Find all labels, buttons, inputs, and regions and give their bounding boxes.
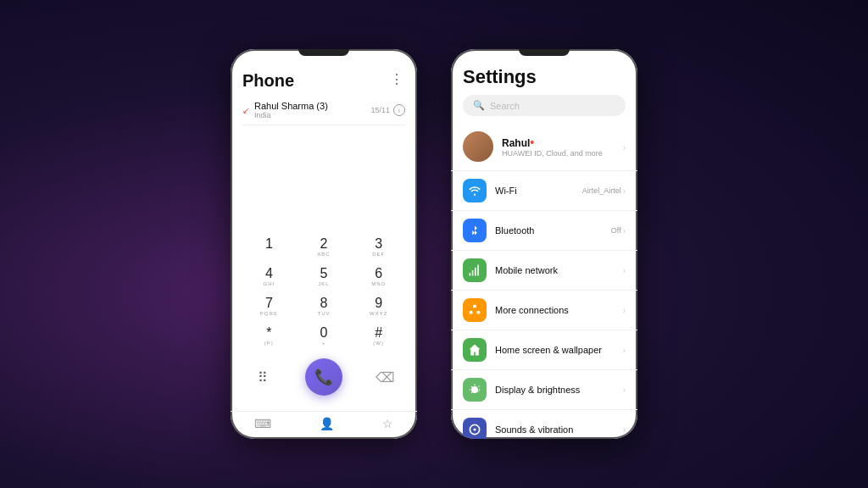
dialpad-bottom: ⠿ 📞 ⌫ — [242, 355, 405, 399]
dial-letters: WXYZ — [370, 311, 387, 316]
item-right-6: › — [623, 425, 626, 435]
homescreen-icon — [463, 338, 487, 362]
dial-letters: (P) — [264, 341, 274, 346]
chevron-icon: › — [623, 143, 626, 152]
item-right-3: › — [623, 306, 626, 315]
settings-item-wifi[interactable]: Wi-FiAirtel_Airtel› — [451, 171, 637, 211]
display-icon — [463, 378, 487, 402]
phone-2: Settings 🔍 Search Rahul• HUAWEI — [451, 49, 637, 439]
dial-letters: GHI — [263, 281, 275, 286]
item-right-2: › — [623, 266, 626, 275]
search-bar[interactable]: 🔍 Search — [463, 95, 626, 116]
profile-name: Rahul• — [502, 136, 603, 149]
contact-info: Rahul Sharma (3) India — [254, 101, 328, 119]
dial-number: # — [375, 326, 382, 340]
dialpad-grid: 1 2ABC3DEF4GHI5JKL6MNO7PQRS8TUV9WXYZ*(P)… — [242, 233, 405, 350]
dial-letters: MNO — [371, 281, 386, 286]
contact-left: ↙ Rahul Sharma (3) India — [242, 101, 328, 119]
dialpad: 1 2ABC3DEF4GHI5JKL6MNO7PQRS8TUV9WXYZ*(P)… — [242, 129, 405, 402]
item-name: Bluetooth — [495, 225, 611, 236]
dial-key-4[interactable]: 4GHI — [242, 263, 296, 291]
dial-key-#[interactable]: #(W) — [352, 322, 405, 350]
item-right-4: › — [623, 346, 626, 355]
settings-item-network[interactable]: Mobile network› — [451, 251, 637, 291]
sound-icon — [463, 418, 487, 439]
dial-key-7[interactable]: 7PQRS — [242, 292, 296, 320]
item-content-6: Sounds & vibration — [495, 424, 623, 435]
profile-avatar — [463, 131, 493, 162]
item-value: Off — [611, 226, 621, 235]
more-options-button[interactable]: ⋮ — [390, 71, 405, 87]
phone-1: Phone ⋮ ↙ Rahul Sharma (3) India 15/11 i — [231, 49, 417, 439]
dial-number: 0 — [320, 326, 328, 340]
chevron-icon: › — [623, 266, 626, 275]
settings-item-display[interactable]: Display & brightness› — [451, 370, 637, 410]
phones-container: Phone ⋮ ↙ Rahul Sharma (3) India 15/11 i — [231, 49, 637, 439]
info-button[interactable]: i — [393, 104, 405, 116]
dial-key-5[interactable]: 5JKL — [298, 263, 351, 291]
phone-title: Phone — [242, 71, 294, 91]
dial-key-1[interactable]: 1 — [242, 233, 296, 261]
phone-header: Phone ⋮ — [242, 71, 405, 91]
bottom-nav: ⌨ 👤 ☆ — [231, 411, 417, 439]
call-button[interactable]: 📞 — [305, 358, 342, 396]
dial-key-6[interactable]: 6MNO — [352, 263, 405, 291]
settings-list: Rahul• HUAWEI ID, Cloud, and more › Wi-F… — [451, 123, 637, 439]
connections-icon — [463, 298, 487, 322]
item-name: Wi-Fi — [495, 186, 582, 196]
dial-number: 2 — [320, 237, 328, 251]
item-content-4: Home screen & wallpaper — [495, 345, 623, 355]
contact-right: 15/11 i — [370, 104, 405, 116]
profile-row[interactable]: Rahul• HUAWEI ID, Cloud, and more › — [451, 123, 637, 171]
chevron-icon: › — [623, 226, 626, 236]
delete-button[interactable]: ⌫ — [371, 363, 398, 391]
dial-letters: TUV — [317, 311, 330, 316]
item-name: Display & brightness — [495, 385, 623, 395]
dial-letters: ABC — [317, 252, 330, 257]
favorites-nav-icon[interactable]: ☆ — [382, 417, 393, 430]
dialpad-nav-icon[interactable]: ⌨ — [254, 417, 271, 430]
contact-sub: India — [254, 111, 328, 119]
settings-item-connections[interactable]: More connections› — [451, 291, 637, 330]
dial-number: * — [266, 326, 271, 340]
dial-key-3[interactable]: 3DEF — [352, 233, 405, 261]
contacts-nav-icon[interactable]: 👤 — [320, 417, 334, 430]
search-icon: 🔍 — [473, 100, 485, 111]
dial-number: 4 — [265, 267, 273, 280]
dial-number: 7 — [265, 297, 273, 310]
grid-button[interactable]: ⠿ — [249, 363, 276, 391]
contact-row[interactable]: ↙ Rahul Sharma (3) India 15/11 i — [242, 96, 405, 125]
call-icon: 📞 — [314, 368, 333, 386]
profile-chevron: › — [623, 139, 626, 154]
dial-number: 6 — [375, 267, 382, 280]
settings-title: Settings — [463, 66, 626, 88]
dial-letters: + — [322, 341, 326, 346]
item-right-0: Airtel_Airtel› — [582, 186, 626, 196]
item-content-5: Display & brightness — [495, 385, 623, 395]
profile-sub: HUAWEI ID, Cloud, and more — [502, 149, 603, 158]
search-placeholder: Search — [490, 101, 520, 111]
profile-info: Rahul• HUAWEI ID, Cloud, and more — [502, 136, 603, 158]
item-right-1: Off› — [611, 226, 626, 236]
dial-number: 3 — [375, 237, 382, 251]
settings-item-bluetooth[interactable]: BluetoothOff› — [451, 211, 637, 251]
dial-number: 9 — [375, 297, 382, 310]
item-name: Sounds & vibration — [495, 424, 623, 435]
dial-key-*[interactable]: *(P) — [242, 322, 296, 350]
dial-key-2[interactable]: 2ABC — [298, 233, 351, 261]
dial-key-0[interactable]: 0+ — [298, 322, 351, 350]
item-right-5: › — [623, 385, 626, 395]
item-content-2: Mobile network — [495, 265, 623, 275]
dial-key-8[interactable]: 8TUV — [298, 292, 351, 320]
chevron-icon: › — [623, 346, 626, 355]
settings-screen: Settings 🔍 Search Rahul• HUAWEI — [451, 49, 637, 439]
settings-header: Settings 🔍 Search — [451, 49, 637, 123]
dial-key-9[interactable]: 9WXYZ — [352, 292, 405, 320]
item-content-0: Wi-Fi — [495, 186, 582, 196]
chevron-icon: › — [623, 425, 626, 435]
settings-item-sound[interactable]: Sounds & vibration› — [451, 410, 637, 439]
item-name: Mobile network — [495, 265, 623, 275]
item-value: Airtel_Airtel — [582, 186, 621, 195]
settings-item-homescreen[interactable]: Home screen & wallpaper› — [451, 330, 637, 370]
dial-letters: DEF — [372, 252, 385, 257]
